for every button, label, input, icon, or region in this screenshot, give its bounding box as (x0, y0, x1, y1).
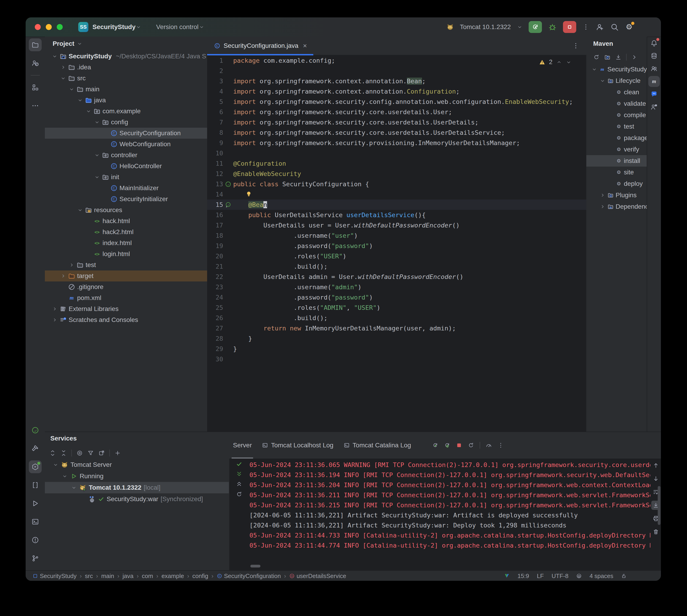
chevron-down-icon[interactable] (71, 485, 77, 491)
line-separator[interactable]: LF (537, 573, 544, 580)
console-vertical-scrollbar[interactable] (658, 486, 661, 525)
tree-item-maininitializer[interactable]: CMainInitializer (45, 183, 207, 194)
file-encoding[interactable]: UTF-8 (552, 573, 569, 580)
maven-item-lifecycle[interactable]: ⚙Lifecycle (586, 75, 647, 87)
chevron-right-icon[interactable] (60, 273, 66, 279)
service-item-securitystudy-war[interactable]: SecurityStudy:war [Synchronized] (45, 493, 229, 505)
code-line-24[interactable]: 24 .password("password") (207, 292, 586, 303)
breadcrumb-item-securityconfiguration[interactable]: CSecurityConfiguration (217, 573, 281, 580)
chevron-spacer[interactable] (103, 163, 109, 169)
maven-item-site[interactable]: ⚙site (586, 167, 647, 178)
console-action-rerun-button[interactable] (432, 442, 439, 448)
caret-position[interactable]: 15:9 (517, 573, 529, 580)
tree-item-securityconfiguration[interactable]: CSecurityConfiguration (45, 128, 207, 139)
console-action-restart-c-button[interactable] (468, 442, 474, 448)
add-user-button[interactable] (596, 23, 604, 31)
maven-item-securitystudy[interactable]: mSecurityStudy (586, 64, 647, 75)
chevron-icon[interactable] (600, 192, 605, 198)
code-line-6[interactable]: 6import org.springframework.security.cor… (207, 107, 586, 117)
console-side-trash-button[interactable] (651, 527, 661, 536)
code-line-17[interactable]: 17 UserDetails user = User.withDefaultPa… (207, 220, 586, 230)
console-action-kebab-button[interactable] (497, 442, 504, 448)
chevron-spacer[interactable] (60, 295, 66, 301)
chevron-down-icon[interactable] (94, 119, 100, 125)
code-line-21[interactable]: 21 .build(); (207, 261, 586, 272)
indent-style[interactable]: 4 spaces (590, 573, 613, 580)
chevron-right-icon[interactable] (52, 317, 58, 323)
editor-area[interactable]: C SecurityConfiguration.java × 1package … (207, 37, 586, 432)
chevron-down-icon[interactable] (86, 108, 91, 114)
chevron-icon[interactable] (600, 78, 605, 84)
console-gutter-skip-down-icon[interactable] (236, 471, 242, 477)
tool-strip-item-run[interactable] (29, 497, 42, 510)
console-gutter-refresh-icon[interactable] (236, 491, 242, 498)
code-line-29[interactable]: 29} (207, 344, 586, 354)
tree-item-hellocontroller[interactable]: CHelloController (45, 161, 207, 172)
rerun-button[interactable] (529, 21, 542, 33)
code-line-5[interactable]: 5import org.springframework.security.con… (207, 96, 586, 107)
tree-item-config[interactable]: config (45, 117, 207, 128)
code-line-27[interactable]: 27 return new InMemoryUserDetailsManager… (207, 323, 586, 333)
tool-strip-item-version-control[interactable] (29, 552, 42, 565)
tree-item-hack2-html[interactable]: <>hack2.html (45, 226, 207, 238)
settings-gear-button[interactable]: ⚙ (625, 23, 634, 31)
console-side-arrow-down-button[interactable] (651, 474, 661, 483)
chevron-down-icon[interactable] (69, 86, 74, 92)
chevron-spacer[interactable] (86, 240, 91, 246)
tool-strip-item-build[interactable] (29, 442, 42, 455)
code-line-26[interactable]: 26 .build(); (207, 313, 586, 323)
maven-item-install[interactable]: ⚙install (586, 155, 647, 167)
code-line-12[interactable]: 12@EnableWebSecurity (207, 169, 586, 179)
inspections-widget[interactable]: 2 (539, 59, 572, 66)
tree-item-index-html[interactable]: <>index.html (45, 238, 207, 248)
editor-tab[interactable]: C SecurityConfiguration.java × (207, 37, 313, 55)
tool-strip-item-learn[interactable]: ? (29, 57, 42, 70)
tool-strip-item-collaboration[interactable] (648, 63, 660, 74)
tree-item-target[interactable]: target (45, 270, 207, 282)
tool-strip-item-spring[interactable] (29, 424, 42, 437)
tree-item--gitignore[interactable]: .gitignore (45, 282, 207, 292)
tree-item-login-html[interactable]: <>login.html (45, 248, 207, 260)
console-gutter-skip-up-icon[interactable] (236, 481, 242, 487)
tool-strip-item-ai-assistant[interactable] (648, 89, 660, 100)
tool-strip-item-structure[interactable] (29, 81, 42, 94)
services-toolbar-expand-all-button[interactable] (49, 450, 56, 456)
maven-toolbar-reload-mvn-button[interactable] (604, 54, 611, 60)
chevron-down-icon[interactable] (94, 174, 100, 180)
tree-item-securityinitializer[interactable]: CSecurityInitializer (45, 194, 207, 204)
maven-toolbar-chev-run-button[interactable] (631, 54, 638, 60)
maven-item-compile[interactable]: ⚙compile (586, 109, 647, 121)
service-item-tomcat-server[interactable]: Tomcat Server (45, 459, 229, 470)
intention-bulb-icon[interactable] (246, 191, 252, 197)
breadcrumb-item-userdetailsservice[interactable]: muserDetailsService (289, 573, 346, 580)
code-line-1[interactable]: 1package com.example.config; (207, 56, 586, 66)
tree-item-hack-html[interactable]: <>hack.html (45, 216, 207, 226)
chevron-right-icon[interactable] (69, 262, 74, 268)
maven-item-package[interactable]: ⚙package (586, 132, 647, 144)
code-line-10[interactable]: 10 (207, 148, 586, 158)
tool-strip-item-more-tools[interactable] (29, 99, 42, 112)
editor-options-icon[interactable] (572, 42, 579, 49)
search-everywhere-button[interactable] (610, 23, 619, 31)
code-line-19[interactable]: 19 .password("password") (207, 241, 586, 251)
chevron-spacer[interactable] (608, 101, 614, 107)
code-line-15[interactable]: 15 @Bean (207, 200, 586, 210)
code-line-2[interactable]: 2 (207, 66, 586, 76)
chevron-down-icon[interactable] (77, 97, 83, 103)
debug-button[interactable] (548, 22, 557, 31)
tree-item-test[interactable]: test (45, 260, 207, 270)
tree-item-java[interactable]: java (45, 95, 207, 106)
tree-item-src[interactable]: src (45, 73, 207, 84)
minimize-window-button[interactable] (46, 24, 52, 30)
code-line-18[interactable]: 18 .username("user") (207, 230, 586, 241)
console-side-arrow-up-button[interactable] (651, 461, 661, 470)
services-toolbar-target-button[interactable] (76, 450, 83, 456)
tree-item-com-example[interactable]: com.example (45, 106, 207, 117)
tool-strip-item-database[interactable] (648, 50, 660, 61)
chevron-spacer[interactable] (608, 181, 614, 187)
code-line-23[interactable]: 23 .username("admin") (207, 282, 586, 292)
code-line-11[interactable]: 11@Configuration (207, 158, 586, 169)
code-line-3[interactable]: 3import org.springframework.context.anno… (207, 76, 586, 86)
chevron-right-icon[interactable] (52, 306, 58, 312)
console-action-stop-sm-button[interactable] (456, 442, 462, 448)
